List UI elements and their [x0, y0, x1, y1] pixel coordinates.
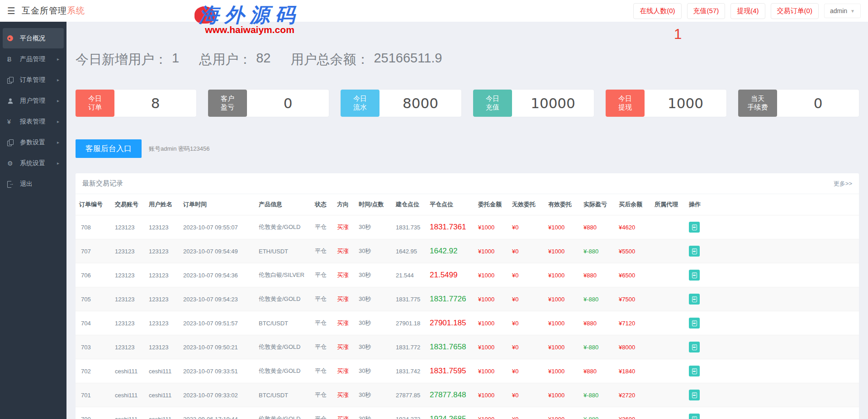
order-detail-button[interactable] [689, 342, 700, 352]
column-header: 委托金额 [474, 194, 508, 215]
sidebar-item[interactable]: 平台概况 ▸ [3, 28, 64, 48]
quick-stat-button[interactable]: 提现(4) [730, 3, 765, 19]
table-row: 703 123123 123123 2023-10-07 09:50:21 伦敦… [76, 335, 859, 359]
sidebar-item-label: 系统设置 [20, 159, 45, 167]
cell-username: ceshi111 [145, 359, 180, 383]
chevron-right-icon: ▸ [57, 77, 59, 82]
sidebar-item[interactable]: ⚙ 系统设置 ▸ [3, 153, 64, 173]
summary-card: 今日 提现 1000 [606, 90, 726, 117]
sidebar-item-label: 退出 [20, 180, 33, 188]
sidebar-item[interactable]: 订单管理 ▸ [3, 70, 64, 90]
cell-open-price: 1831.735 [392, 215, 426, 239]
cell-invalid-entrust: ¥0 [508, 407, 545, 419]
sidebar-item[interactable]: Ƀ 产品管理 ▸ [3, 49, 64, 69]
quick-stat-button[interactable]: 交易订单(0) [771, 3, 819, 19]
cell-invalid-entrust: ¥0 [508, 287, 545, 311]
order-detail-button[interactable] [689, 294, 700, 305]
cell-product: BTC/USDT [255, 383, 311, 407]
cell-username: 123123 [145, 263, 180, 287]
cell-order-id: 701 [76, 383, 111, 407]
sidebar-item-label: 参数设置 [20, 138, 45, 147]
chevron-right-icon: ▸ [57, 57, 59, 62]
cell-direction: 买涨 [333, 263, 355, 287]
cell-actual-profit: ¥-880 [580, 287, 615, 311]
cell-balance-after: ¥6500 [615, 263, 651, 287]
cell-actions [685, 383, 859, 407]
cell-product: 伦敦黄金/GOLD [255, 407, 311, 419]
table-body: 708 123123 123123 2023-10-07 09:55:07 伦敦… [76, 215, 859, 419]
sidebar-item[interactable]: ¥ 报表管理 ▸ [3, 111, 64, 132]
cell-entrust-amount: ¥1000 [474, 407, 508, 419]
cell-actions [685, 287, 859, 311]
cell-actions [685, 239, 859, 263]
cell-username: ceshi111 [145, 407, 180, 419]
summary-card-value: 0 [247, 90, 329, 117]
cell-account: 123123 [111, 335, 145, 359]
quick-stat-button[interactable]: 在线人数(0) [633, 3, 681, 19]
order-detail-button[interactable] [689, 270, 700, 281]
cell-open-price: 27877.85 [392, 383, 426, 407]
cell-open-price: 27901.18 [392, 311, 426, 335]
top-header: ☰ 互金所管理系统 在线人数(0) 充值(57) 提现(4) 交易订单(0) a… [0, 0, 868, 22]
chevron-right-icon: ▸ [57, 140, 59, 145]
files-icon [7, 139, 13, 146]
sidebar-item-label: 平台概况 [20, 34, 45, 43]
sidebar-item[interactable]: 用户管理 ▸ [3, 90, 64, 111]
sidebar-item[interactable]: 退出 ▸ [3, 174, 64, 194]
main-content: 今日新增用户： 1 总用户： 82 用户总余额： 25166511.9 今日 订… [66, 22, 868, 419]
cell-invalid-entrust: ¥0 [508, 239, 545, 263]
cell-actions [685, 263, 859, 287]
column-header: 操作 [685, 194, 859, 215]
service-row: 客服后台入口 账号admin 密码123456 [76, 139, 859, 158]
summary-card-value: 8 [114, 90, 196, 117]
cell-account: ceshi111 [111, 383, 145, 407]
chevron-right-icon: ▸ [57, 98, 59, 103]
sidebar-item[interactable]: 参数设置 ▸ [3, 132, 64, 152]
menu-toggle-icon[interactable]: ☰ [7, 6, 15, 15]
order-detail-button[interactable] [689, 222, 700, 233]
cell-entrust-amount: ¥1000 [474, 239, 508, 263]
cell-agent [651, 215, 685, 239]
quick-stat-button[interactable]: 充值(57) [687, 3, 726, 19]
cell-username: 123123 [145, 215, 180, 239]
cell-valid-entrust: ¥1000 [545, 239, 580, 263]
cell-duration: 30秒 [355, 287, 392, 311]
summary-card-value: 0 [777, 90, 859, 117]
order-detail-button[interactable] [689, 414, 700, 419]
cell-close-price: 21.5499 [426, 263, 474, 287]
cell-duration: 30秒 [355, 239, 392, 263]
more-link[interactable]: 更多>> [834, 180, 852, 188]
overview-stat-label: 今日新增用户： [76, 51, 167, 69]
cell-close-price: 1642.92 [426, 239, 474, 263]
summary-card: 当天 手续费 0 [738, 90, 859, 117]
cell-order-time: 2023-10-07 09:54:49 [180, 239, 255, 263]
order-detail-button[interactable] [689, 246, 700, 257]
cell-close-price: 1831.7361 [426, 215, 474, 239]
cell-agent [651, 287, 685, 311]
column-header: 订单时间 [180, 194, 255, 215]
app-title-accent: 系统 [67, 6, 85, 15]
cell-open-price: 1831.775 [392, 287, 426, 311]
cell-agent [651, 263, 685, 287]
service-portal-button[interactable]: 客服后台入口 [76, 139, 142, 158]
overview-stat: 用户总余额： 25166511.9 [290, 51, 442, 69]
cell-actual-profit: ¥-880 [580, 383, 615, 407]
order-detail-button[interactable] [689, 318, 700, 329]
gears-icon: ⚙ [7, 160, 13, 167]
app-window: ☰ 互金所管理系统 在线人数(0) 充值(57) 提现(4) 交易订单(0) a… [0, 0, 868, 419]
order-detail-button[interactable] [689, 390, 700, 400]
order-detail-button[interactable] [689, 366, 700, 376]
cell-valid-entrust: ¥1000 [545, 359, 580, 383]
cell-direction: 买涨 [333, 335, 355, 359]
table-row: 707 123123 123123 2023-10-07 09:54:49 ET… [76, 239, 859, 263]
list-icon [692, 368, 697, 374]
cell-order-time: 2023-10-07 09:54:36 [180, 263, 255, 287]
admin-dropdown[interactable]: admin ▼ [824, 4, 861, 18]
list-icon [692, 392, 697, 398]
overview-stat-label: 总用户： [199, 51, 251, 69]
cell-agent [651, 335, 685, 359]
summary-card: 今日 订单 8 [76, 90, 196, 117]
trades-table: 订单编号交易账号用户姓名订单时间产品信息状态方向时间/点数建仓点位平仓点位委托金… [76, 194, 859, 419]
column-header: 产品信息 [255, 194, 311, 215]
cell-entrust-amount: ¥1000 [474, 335, 508, 359]
